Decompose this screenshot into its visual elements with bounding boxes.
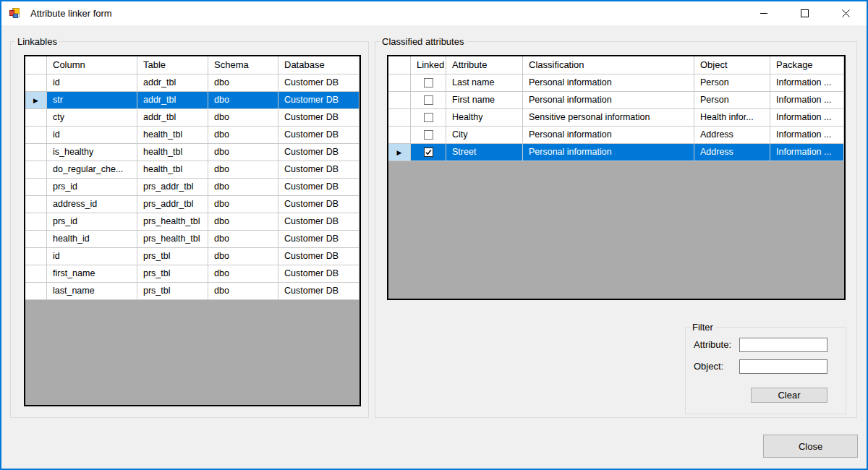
grid-cell[interactable]: address_id	[47, 196, 137, 213]
grid-cell[interactable]: health_tbl	[137, 127, 208, 144]
clear-button[interactable]: Clear	[751, 388, 827, 403]
row-header-cell[interactable]	[388, 109, 411, 127]
grid-cell[interactable]: Customer DB	[278, 144, 359, 161]
grid-cell[interactable]: Information ...	[770, 74, 844, 92]
grid-cell[interactable]: dbo	[208, 179, 278, 196]
grid-cell[interactable]: last_name	[47, 283, 137, 300]
grid-corner-cell[interactable]	[388, 56, 411, 74]
grid-cell[interactable]: Information ...	[770, 144, 844, 161]
grid-cell[interactable]: Customer DB	[278, 74, 359, 92]
linked-cell[interactable]	[411, 109, 446, 127]
row-header-cell[interactable]	[25, 74, 47, 92]
grid-cell[interactable]: Customer DB	[278, 109, 359, 127]
grid-cell[interactable]: dbo	[208, 74, 278, 92]
linked-checkbox[interactable]	[424, 95, 433, 105]
column-header-table[interactable]: Table	[137, 56, 208, 74]
grid-cell[interactable]: prs_id	[47, 213, 137, 231]
linked-cell[interactable]	[411, 74, 446, 92]
grid-cell[interactable]: id	[47, 127, 137, 144]
grid-cell[interactable]: Healthy	[446, 109, 523, 127]
column-header-database[interactable]: Database	[278, 56, 359, 74]
grid-cell[interactable]: Customer DB	[278, 127, 359, 144]
row-header-cell[interactable]: ▶	[388, 144, 411, 161]
grid-cell[interactable]: Customer DB	[278, 231, 359, 248]
grid-cell[interactable]: Customer DB	[278, 265, 359, 283]
grid-cell[interactable]: is_healthy	[47, 144, 137, 161]
grid-cell[interactable]: addr_tbl	[137, 92, 208, 109]
grid-cell[interactable]: Last name	[446, 74, 523, 92]
column-header-attribute[interactable]: Attribute	[446, 56, 523, 74]
grid-cell[interactable]: Personal information	[523, 127, 694, 144]
grid-cell[interactable]: first_name	[47, 265, 137, 283]
grid-cell[interactable]: Information ...	[770, 127, 844, 144]
grid-cell[interactable]: health_id	[47, 231, 137, 248]
grid-cell[interactable]: Customer DB	[278, 196, 359, 213]
grid-cell[interactable]: Address	[694, 127, 770, 144]
grid-cell[interactable]: dbo	[208, 127, 278, 144]
grid-cell[interactable]: addr_tbl	[137, 74, 208, 92]
row-header-cell[interactable]	[388, 127, 411, 144]
grid-cell[interactable]: Health infor...	[694, 109, 770, 127]
linked-checkbox[interactable]	[424, 78, 433, 87]
linked-cell[interactable]	[411, 92, 446, 109]
linked-checkbox[interactable]	[424, 130, 433, 140]
grid-cell[interactable]: prs_id	[47, 179, 137, 196]
grid-cell[interactable]: do_regular_che...	[47, 161, 137, 179]
grid-cell[interactable]: prs_health_tbl	[137, 213, 208, 231]
grid-cell[interactable]: Customer DB	[278, 179, 359, 196]
grid-cell[interactable]: id	[47, 248, 137, 265]
row-header-cell[interactable]	[25, 179, 47, 196]
grid-cell[interactable]: Street	[446, 144, 523, 161]
column-header-linked[interactable]: Linked	[411, 56, 446, 74]
grid-cell[interactable]: dbo	[208, 213, 278, 231]
grid-cell[interactable]: prs_tbl	[137, 265, 208, 283]
grid-cell[interactable]: City	[446, 127, 523, 144]
grid-cell[interactable]: dbo	[208, 231, 278, 248]
grid-cell[interactable]: cty	[47, 109, 137, 127]
grid-cell[interactable]: dbo	[208, 265, 278, 283]
filter-attribute-input[interactable]	[739, 338, 827, 352]
grid-cell[interactable]: prs_addr_tbl	[137, 179, 208, 196]
grid-cell[interactable]: id	[47, 74, 137, 92]
grid-cell[interactable]: str	[47, 92, 137, 109]
row-header-cell[interactable]: ▶	[25, 92, 47, 109]
linked-cell[interactable]	[411, 144, 446, 161]
grid-cell[interactable]: dbo	[208, 92, 278, 109]
grid-cell[interactable]: First name	[446, 92, 523, 109]
grid-cell[interactable]: prs_tbl	[137, 248, 208, 265]
linked-cell[interactable]	[411, 127, 446, 144]
row-header-cell[interactable]	[388, 74, 411, 92]
row-header-cell[interactable]	[25, 213, 47, 231]
column-header-column[interactable]: Column	[47, 56, 137, 74]
grid-cell[interactable]: dbo	[208, 248, 278, 265]
minimize-button[interactable]	[743, 1, 784, 25]
grid-cell[interactable]: Customer DB	[278, 161, 359, 179]
close-button[interactable]: Close	[763, 435, 858, 458]
column-header-schema[interactable]: Schema	[208, 56, 278, 74]
grid-cell[interactable]: Personal information	[523, 144, 694, 161]
grid-cell[interactable]: Customer DB	[278, 283, 359, 300]
grid-cell[interactable]: dbo	[208, 109, 278, 127]
row-header-cell[interactable]	[25, 144, 47, 161]
row-header-cell[interactable]	[25, 283, 47, 300]
grid-cell[interactable]: prs_tbl	[137, 283, 208, 300]
linked-checkbox[interactable]	[424, 148, 433, 157]
grid-cell[interactable]: Customer DB	[278, 92, 359, 109]
row-header-cell[interactable]	[25, 248, 47, 265]
column-header-object[interactable]: Object	[694, 56, 770, 74]
close-window-button[interactable]	[825, 1, 867, 25]
linked-checkbox[interactable]	[424, 113, 433, 122]
grid-cell[interactable]: Customer DB	[278, 213, 359, 231]
grid-cell[interactable]: Customer DB	[278, 248, 359, 265]
titlebar[interactable]: Attribute linker form	[1, 1, 867, 25]
row-header-cell[interactable]	[25, 196, 47, 213]
grid-cell[interactable]: Information ...	[770, 92, 844, 109]
grid-cell[interactable]: prs_health_tbl	[137, 231, 208, 248]
grid-cell[interactable]: dbo	[208, 161, 278, 179]
grid-cell[interactable]: prs_addr_tbl	[137, 196, 208, 213]
grid-cell[interactable]: Information ...	[770, 109, 844, 127]
row-header-cell[interactable]	[388, 92, 411, 109]
maximize-button[interactable]	[784, 1, 825, 25]
row-header-cell[interactable]	[25, 109, 47, 127]
grid-cell[interactable]: addr_tbl	[137, 109, 208, 127]
